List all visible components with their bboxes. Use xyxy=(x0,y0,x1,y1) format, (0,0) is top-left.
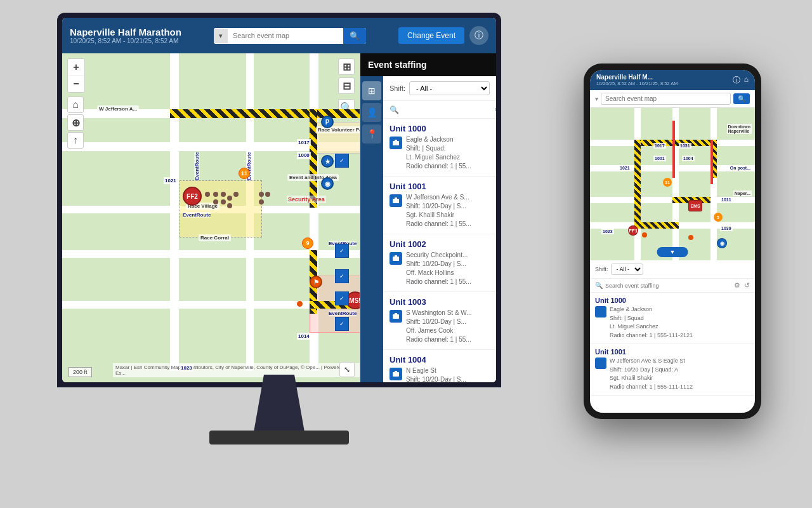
orange-icon-1[interactable]: ⚑ xyxy=(310,276,322,288)
map-icon-1[interactable]: P xyxy=(321,116,334,128)
event-route-label-5: EventRoute xyxy=(329,311,357,316)
unit-1000-map-icon xyxy=(390,137,402,149)
staffing-search-input[interactable] xyxy=(403,106,490,114)
mobile-search-dropdown-icon: ▾ xyxy=(595,95,598,102)
unit-1001-map-icon xyxy=(390,194,402,207)
mobile-staffing-search-input[interactable] xyxy=(605,283,734,289)
m-orange-dot-2 xyxy=(688,235,693,240)
unit-item-1003[interactable]: Unit 1003 S Washington St & W... Shif xyxy=(383,292,496,350)
mobile-expand-bar[interactable]: ▼ xyxy=(657,247,688,257)
mobile-home-button[interactable]: ⌂ xyxy=(744,75,749,86)
unit-item-1000[interactable]: Unit 1000 Eagle & Jackson Shift: | S xyxy=(383,119,496,177)
unit-1004-map-icon xyxy=(390,368,402,380)
unit-1002-map-icon xyxy=(390,252,402,265)
m-icon-ff1[interactable]: FF1 xyxy=(628,225,638,236)
app-title: Naperville Half Marathon xyxy=(70,27,181,37)
unit-1021-label: 1021 xyxy=(164,177,178,184)
mobile-refresh-icon[interactable]: ↺ xyxy=(744,281,750,290)
checkpoint-icon-4[interactable]: ✓ xyxy=(335,269,349,283)
unit-1017-label: 1017 xyxy=(297,139,311,146)
filter-icon[interactable]: ⚙ xyxy=(494,105,496,114)
search-button[interactable]: 🔍 xyxy=(343,28,366,44)
officer-dot-7 xyxy=(221,199,226,204)
unit-item-1001[interactable]: Unit 1001 W Jefferson Ave & S... Shif xyxy=(383,177,496,234)
unit-1000-radio: Radio channel: 1 | 55... xyxy=(406,162,471,171)
unit-list: Unit 1000 Eagle & Jackson Shift: | S xyxy=(383,119,496,382)
map-expand-button[interactable]: ⤡ xyxy=(339,362,355,377)
mobile-filter-icon[interactable]: ⚙ xyxy=(734,281,740,290)
search-dropdown-button[interactable]: ▾ xyxy=(214,29,228,43)
unit-1003-title: Unit 1003 xyxy=(390,297,490,307)
mobile-shift-select[interactable]: - All - xyxy=(611,264,643,275)
zoom-in-button[interactable]: + xyxy=(68,59,84,76)
zoom-out-button[interactable]: − xyxy=(68,76,84,92)
rotate-button[interactable]: ⊕ xyxy=(67,114,84,131)
w-jefferson-label: W Jefferson A... xyxy=(97,105,139,112)
mobile-map[interactable]: DowntownNaperville Naper... 1021 1001 10… xyxy=(590,108,755,260)
search-wrapper: ▾ 🔍 xyxy=(214,28,366,44)
mobile-unit-1000-shift: Shift: | Squad xyxy=(610,314,693,323)
layers-icon-button[interactable]: ⊞ xyxy=(362,81,381,100)
svg-rect-9 xyxy=(395,371,397,373)
unit-1002-supervisor: Off. Mack Hollins xyxy=(406,269,471,277)
panel-header: Event staffing xyxy=(360,53,496,76)
mobile-unit-item-1000[interactable]: Unit 1000 Eagle & Jackson Shift: | Squad… xyxy=(590,293,755,344)
ff2-icon[interactable]: FF2 xyxy=(183,187,202,206)
change-event-button[interactable]: Change Event xyxy=(398,27,464,44)
grid-button[interactable]: ⊞ xyxy=(338,58,355,75)
route-dot-1 xyxy=(297,301,303,307)
compass-button[interactable]: ↑ xyxy=(67,132,84,149)
home-button[interactable]: ⌂ xyxy=(67,97,84,113)
mobile-app-title: Naperville Half M... xyxy=(596,74,678,81)
checkpoint-icon-1[interactable]: ✓ xyxy=(335,154,349,168)
mobile-shift-label: Shift: xyxy=(595,266,608,272)
event-route-label-3: EventRoute xyxy=(183,212,211,218)
m-unit-1004: 1004 xyxy=(682,156,695,161)
mobile-search-button[interactable]: 🔍 xyxy=(733,93,750,104)
m-red-v1 xyxy=(672,121,675,178)
m-route-v1 xyxy=(634,140,641,229)
map-icon-2[interactable]: ★ xyxy=(321,155,334,168)
m-icon-blue[interactable]: ◉ xyxy=(717,238,727,248)
mobile-filter-icons: ⚙ ↺ xyxy=(734,281,750,290)
mobile-unit-item-1001[interactable]: Unit 1001 W Jefferson Ave & S Eagle St S… xyxy=(590,344,755,396)
person-icon-button[interactable]: 👤 xyxy=(362,103,381,122)
search-input[interactable] xyxy=(228,29,343,43)
shift-select[interactable]: - All - xyxy=(409,81,490,95)
checkpoint-icon-2[interactable]: ✓ xyxy=(335,291,349,305)
unit-item-1004[interactable]: Unit 1004 N Eagle St Shift: 10/20-Day xyxy=(383,350,496,382)
panel-search-bar: 🔍 ⚙ xyxy=(383,101,496,119)
grid2-button[interactable]: ⊟ xyxy=(338,77,355,94)
app-title-section: Naperville Half Marathon 10/20/25, 8:52 … xyxy=(70,27,181,44)
event-route-label-1: EventRoute xyxy=(194,152,200,180)
mobile-unit-1000-row: Eagle & Jackson Shift: | Squad Lt. Migue… xyxy=(595,305,750,340)
m-unit-1001: 1001 xyxy=(653,156,666,161)
unit-1000-location: Eagle & Jackson xyxy=(406,135,471,144)
map-icon-3[interactable]: ◉ xyxy=(321,177,334,190)
unit-1000-shift: Shift: | Squad: xyxy=(406,144,471,153)
mobile-search-bar: ▾ 🔍 xyxy=(590,90,755,108)
officer-dot-2 xyxy=(213,192,218,197)
map-area[interactable]: DowntownNaperville Race Volunteer Parkin… xyxy=(62,53,360,382)
unit-item-1002[interactable]: Unit 1002 Security Checkpoint... Shif xyxy=(383,234,496,292)
m-unit-1011: 1011 xyxy=(720,197,733,203)
location-icon-button[interactable]: 📍 xyxy=(362,124,381,144)
unit-1000-row: Eagle & Jackson Shift: | Squad: Lt. Migu… xyxy=(390,135,490,171)
shift-filter: Shift: - All - xyxy=(383,76,496,101)
svg-rect-5 xyxy=(395,255,397,258)
mobile-app-date: 10/20/25, 8:52 AM - 10/21/25, 8:52 AM xyxy=(596,81,678,86)
top-bar: Naperville Half Marathon 10/20/25, 8:52 … xyxy=(62,18,496,53)
unit-1003-location: S Washington St & W... xyxy=(406,309,472,318)
map-scale: 200 ft xyxy=(69,367,92,377)
unit-1004-row: N Eagle St Shift: 10/20-Day | S... xyxy=(390,366,490,382)
unit-1003-row: S Washington St & W... Shift: 10/20-Day … xyxy=(390,309,490,344)
m-icon-ems[interactable]: EMS xyxy=(688,200,702,211)
m-on-post: On post... xyxy=(729,165,752,171)
mobile-info-button[interactable]: ⓘ xyxy=(733,75,740,86)
mobile-unit-1001-title: Unit 1001 xyxy=(595,348,750,356)
checkpoint-icon-3[interactable]: ✓ xyxy=(335,317,349,331)
info-button[interactable]: ⓘ xyxy=(469,26,488,45)
mobile-search-input[interactable] xyxy=(601,93,731,105)
checkpoint-icon-5[interactable]: ✓ xyxy=(335,244,349,258)
mobile-unit-1001-radio: Radio channel: 1 | 555-111-1112 xyxy=(610,383,693,392)
